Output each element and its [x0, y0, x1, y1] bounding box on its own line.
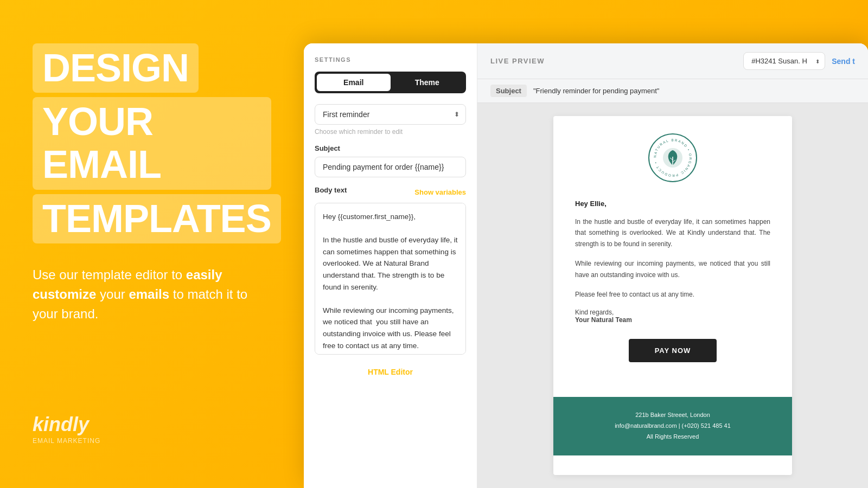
email-sign-line2: Your Natural Team	[575, 316, 632, 324]
subject-bar-value: "Friendly reminder for pending payment"	[533, 87, 660, 95]
tab-email[interactable]: Email	[317, 74, 391, 91]
email-sign: Kind regards, Your Natural Team	[575, 309, 770, 324]
reminder-select-wrapper: First reminder Second reminder Third rem…	[315, 104, 466, 125]
footer-copy: All Rights Reserved	[566, 432, 779, 442]
footer-address: 221b Baker Streeet, London	[566, 410, 779, 421]
settings-panel-title: SETTINGS	[315, 56, 466, 63]
left-panel: DESIGN YOUR EMAIL TEMPLATES Use our temp…	[0, 0, 304, 488]
body-label-row: Body text Show variables	[315, 186, 466, 198]
preview-header: LIVE PRVIEW #H3241 Susan. H ⬍ Send t	[477, 43, 868, 79]
settings-panel: SETTINGS Email Theme First reminder Seco…	[304, 43, 477, 488]
send-button[interactable]: Send t	[832, 57, 855, 66]
ticket-select-wrapper: #H3241 Susan. H ⬍	[743, 52, 825, 70]
svg-text:NATURAL BRAND • ORGANIC PRODUC: NATURAL BRAND • ORGANIC PRODUCT • NATURA…	[649, 134, 693, 178]
hero-title-line-1: DESIGN	[33, 43, 199, 93]
preview-panel-title: LIVE PRVIEW	[490, 57, 737, 65]
email-para-3: Please feel free to contact us at any ti…	[575, 289, 770, 300]
app-window: SETTINGS Email Theme First reminder Seco…	[304, 43, 868, 488]
hero-title: DESIGN YOUR EMAIL TEMPLATES	[33, 43, 271, 248]
tab-theme[interactable]: Theme	[391, 74, 464, 91]
html-editor-link[interactable]: HTML Editor	[315, 368, 466, 376]
ticket-select[interactable]: #H3241 Susan. H	[743, 52, 825, 70]
reminder-select[interactable]: First reminder Second reminder Third rem…	[315, 104, 466, 125]
hero-title-line-2: YOUR EMAIL	[33, 97, 271, 189]
preview-panel: LIVE PRVIEW #H3241 Susan. H ⬍ Send t Sub…	[477, 43, 868, 488]
subject-label: Subject	[315, 144, 466, 152]
email-para-1: In the hustle and bustle of everyday lif…	[575, 216, 770, 249]
brand-tagline: EMAIL MARKETING	[33, 437, 271, 445]
hero-title-line-3: TEMPLATES	[33, 194, 281, 243]
email-body: NATURAL BRAND • ORGANIC PRODUCT • NATURA…	[553, 116, 792, 397]
email-footer: 221b Baker Streeet, London info@naturalb…	[553, 397, 792, 455]
show-variables-link[interactable]: Show variables	[414, 188, 466, 196]
email-para-2: While reviewing our incoming payments, w…	[575, 258, 770, 280]
email-logo-circle: NATURAL BRAND • ORGANIC PRODUCT • NATURA…	[648, 133, 697, 182]
body-textarea[interactable]: Hey {{customer.first_name}}, In the hust…	[315, 203, 466, 355]
body-label: Body text	[315, 186, 347, 194]
reminder-hint: Choose which reminder to edit	[315, 128, 466, 136]
brand-logo: kindly	[33, 413, 271, 436]
brand-footer: kindly EMAIL MARKETING	[33, 413, 271, 445]
footer-contact: info@naturalbrand.com | (+020) 521 485 4…	[566, 421, 779, 432]
email-greeting: Hey Ellie,	[575, 200, 770, 208]
email-preview: NATURAL BRAND • ORGANIC PRODUCT • NATURA…	[553, 116, 792, 475]
subject-bar-label: Subject	[490, 85, 527, 97]
email-logo-wrapper: NATURAL BRAND • ORGANIC PRODUCT • NATURA…	[575, 133, 770, 182]
tab-bar: Email Theme	[315, 72, 466, 93]
email-sign-line1: Kind regards,	[575, 309, 614, 316]
pay-now-button[interactable]: PAY NOW	[629, 339, 717, 362]
email-preview-container: NATURAL BRAND • ORGANIC PRODUCT • NATURA…	[477, 103, 868, 488]
subject-input[interactable]	[315, 157, 466, 177]
hero-subtitle: Use our template editor to easily custom…	[33, 265, 271, 324]
subject-bar: Subject "Friendly reminder for pending p…	[477, 79, 868, 103]
